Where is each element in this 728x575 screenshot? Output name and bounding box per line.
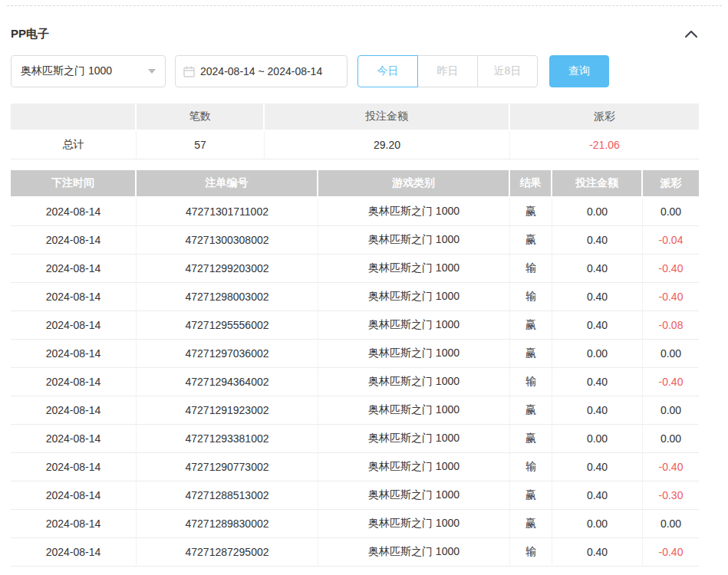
order-no-cell: 47271298003002: [137, 283, 318, 311]
summary-total-row: 总计 57 29.20 -21.06: [11, 131, 699, 159]
bet-amount-cell: 0.40: [552, 453, 643, 481]
bet-amount-cell: 0.40: [552, 226, 643, 255]
bet-time-cell: 2024-08-14: [11, 425, 137, 453]
bet-amount-cell: 0.40: [552, 368, 643, 396]
game-type-cell: 奥林匹斯之门 1000: [318, 311, 510, 340]
filter-bar: 奥林匹斯之门 1000 2024-08-14 ~ 2024-08-14 今日 昨…: [11, 55, 728, 87]
bet-amount-cell: 0.40: [552, 396, 643, 425]
game-type-cell: 奥林匹斯之门 1000: [318, 538, 510, 567]
game-type-cell: 奥林匹斯之门 1000: [318, 510, 510, 538]
payout-cell: 0.00: [643, 425, 699, 453]
payout-cell: 0.00: [643, 340, 699, 368]
order-no-cell: 47271289830002: [137, 510, 318, 538]
game-type-cell: 奥林匹斯之门 1000: [318, 255, 510, 283]
summary-total-label: 总计: [11, 131, 137, 159]
summary-total-count: 57: [137, 131, 265, 159]
result-cell: 赢: [510, 198, 552, 226]
summary-total-payout: -21.06: [510, 131, 699, 159]
summary-header-row: 笔数 投注金额 派彩: [11, 104, 699, 131]
result-cell: 输: [510, 453, 552, 481]
summary-table: 笔数 投注金额 派彩 总计 57 29.20 -21.06: [11, 104, 699, 159]
order-no-cell: 47271297036002: [137, 340, 318, 368]
summary-header-bet-amount: 投注金额: [265, 104, 510, 131]
bet-amount-cell: 0.00: [552, 198, 643, 226]
order-no-cell: 47271299203002: [137, 255, 318, 283]
summary-total-amount: 29.20: [265, 131, 510, 159]
game-type-cell: 奥林匹斯之门 1000: [318, 283, 510, 311]
payout-cell: -0.40: [643, 283, 699, 311]
game-type-cell: 奥林匹斯之门 1000: [318, 340, 510, 368]
yesterday-button[interactable]: 昨日: [417, 55, 478, 87]
order-no-cell: 47271291923002: [137, 396, 318, 425]
bet-amount-cell: 0.40: [552, 255, 643, 283]
bet-time-cell: 2024-08-14: [11, 510, 137, 538]
table-row: 2024-08-1447271298003002奥林匹斯之门 1000输0.40…: [11, 283, 699, 311]
payout-cell: -0.40: [643, 453, 699, 481]
table-row: 2024-08-1447271297036002奥林匹斯之门 1000赢0.00…: [11, 340, 699, 368]
payout-cell: -0.40: [643, 255, 699, 283]
dashed-divider: [7, 5, 722, 6]
payout-cell: 0.00: [643, 396, 699, 425]
last-8-days-button[interactable]: 近8日: [477, 55, 538, 87]
bet-time-cell: 2024-08-14: [11, 283, 137, 311]
result-cell: 赢: [510, 226, 552, 255]
col-header-game-type: 游戏类别: [318, 170, 510, 198]
game-type-cell: 奥林匹斯之门 1000: [318, 396, 510, 425]
table-row: 2024-08-1447271287295002奥林匹斯之门 1000输0.40…: [11, 538, 699, 567]
game-select-value: 奥林匹斯之门 1000: [21, 64, 112, 78]
calendar-icon: [183, 66, 195, 77]
payout-cell: 0.00: [643, 198, 699, 226]
bet-time-cell: 2024-08-14: [11, 311, 137, 340]
quick-date-group: 今日 昨日 近8日: [357, 55, 538, 87]
result-cell: 输: [510, 368, 552, 396]
game-type-cell: 奥林匹斯之门 1000: [318, 481, 510, 510]
table-row: 2024-08-1447271294364002奥林匹斯之门 1000输0.40…: [11, 368, 699, 396]
table-row: 2024-08-1447271293381002奥林匹斯之门 1000赢0.00…: [11, 425, 699, 453]
table-row: 2024-08-1447271288513002奥林匹斯之门 1000赢0.40…: [11, 481, 699, 510]
col-header-result: 结果: [510, 170, 552, 198]
records-table: 下注时间 注单编号 游戏类别 结果 投注金额 派彩 2024-08-144727…: [11, 170, 699, 567]
col-header-order-no: 注单编号: [137, 170, 318, 198]
bet-time-cell: 2024-08-14: [11, 226, 137, 255]
order-no-cell: 47271300308002: [137, 226, 318, 255]
payout-cell: -0.08: [643, 311, 699, 340]
result-cell: 赢: [510, 311, 552, 340]
query-button[interactable]: 查询: [549, 55, 609, 87]
result-cell: 赢: [510, 340, 552, 368]
result-cell: 输: [510, 283, 552, 311]
section-header: PP电子: [11, 26, 699, 42]
bet-amount-cell: 0.00: [552, 340, 643, 368]
table-row: 2024-08-1447271299203002奥林匹斯之门 1000输0.40…: [11, 255, 699, 283]
table-row: 2024-08-1447271300308002奥林匹斯之门 1000赢0.40…: [11, 226, 699, 255]
chevron-up-icon[interactable]: [684, 29, 699, 39]
result-cell: 输: [510, 538, 552, 567]
game-type-cell: 奥林匹斯之门 1000: [318, 198, 510, 226]
result-cell: 赢: [510, 481, 552, 510]
result-cell: 输: [510, 255, 552, 283]
payout-cell: -0.30: [643, 481, 699, 510]
result-cell: 赢: [510, 510, 552, 538]
bet-amount-cell: 0.00: [552, 510, 643, 538]
order-no-cell: 47271288513002: [137, 481, 318, 510]
bet-time-cell: 2024-08-14: [11, 340, 137, 368]
bet-time-cell: 2024-08-14: [11, 396, 137, 425]
date-range-value: 2024-08-14 ~ 2024-08-14: [200, 65, 322, 77]
payout-cell: -0.40: [643, 538, 699, 567]
bet-time-cell: 2024-08-14: [11, 255, 137, 283]
game-select[interactable]: 奥林匹斯之门 1000: [11, 55, 166, 87]
section-title: PP电子: [11, 27, 49, 41]
today-button[interactable]: 今日: [357, 55, 418, 87]
table-row: 2024-08-1447271301711002奥林匹斯之门 1000赢0.00…: [11, 198, 699, 226]
payout-cell: -0.04: [643, 226, 699, 255]
payout-cell: -0.40: [643, 368, 699, 396]
date-range-picker[interactable]: 2024-08-14 ~ 2024-08-14: [175, 55, 348, 87]
game-type-cell: 奥林匹斯之门 1000: [318, 368, 510, 396]
col-header-payout: 派彩: [643, 170, 699, 198]
table-row: 2024-08-1447271290773002奥林匹斯之门 1000输0.40…: [11, 453, 699, 481]
game-type-cell: 奥林匹斯之门 1000: [318, 425, 510, 453]
bet-time-cell: 2024-08-14: [11, 481, 137, 510]
order-no-cell: 47271301711002: [137, 198, 318, 226]
payout-cell: 0.00: [643, 510, 699, 538]
summary-header-count: 笔数: [137, 104, 265, 131]
game-type-cell: 奥林匹斯之门 1000: [318, 226, 510, 255]
